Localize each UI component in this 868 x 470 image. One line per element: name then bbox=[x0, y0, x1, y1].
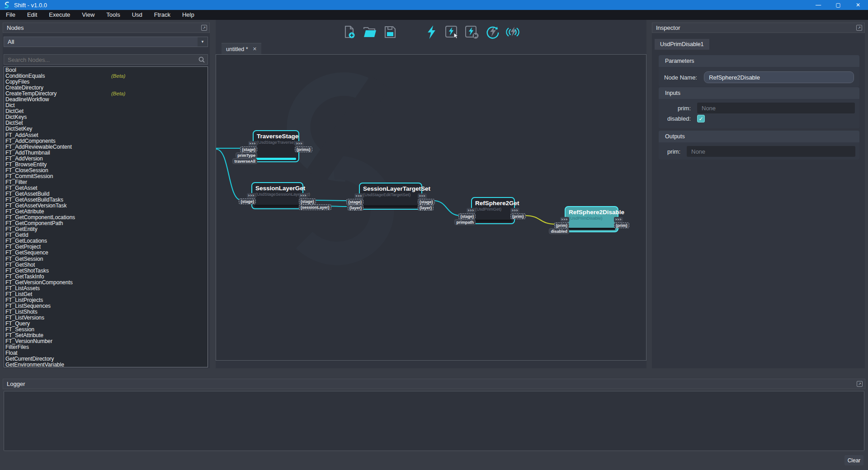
menu-item-view[interactable]: View bbox=[76, 10, 100, 20]
list-item-getenvironmentvariable[interactable]: GetEnvironmentVariable bbox=[4, 362, 208, 367]
menu-item-file[interactable]: File bbox=[0, 10, 21, 20]
output-ports-arrow: >>> bbox=[510, 208, 519, 213]
list-item-filterfiles[interactable]: FilterFiles bbox=[4, 344, 208, 350]
list-item-label: FT_CloseSession bbox=[5, 167, 48, 174]
inspector-node-tab[interactable]: UsdPrimDisable1 bbox=[655, 39, 709, 50]
save-file-icon[interactable] bbox=[383, 25, 397, 39]
menu-item-ftrack[interactable]: Ftrack bbox=[148, 10, 176, 20]
list-item-label: FT_Query bbox=[5, 320, 30, 327]
menu-item-tools[interactable]: Tools bbox=[100, 10, 126, 20]
list-item-label: FT_AddVersion bbox=[5, 155, 43, 162]
open-file-icon[interactable] bbox=[363, 25, 377, 39]
list-item-conditionequals[interactable]: ConditionEquals(Beta) bbox=[4, 73, 208, 79]
menu-item-execute[interactable]: Execute bbox=[43, 10, 76, 20]
input-port-prim[interactable]: (prim) bbox=[554, 222, 570, 228]
undock-icon[interactable]: ↗ bbox=[857, 381, 863, 387]
menu-item-help[interactable]: Help bbox=[176, 10, 200, 20]
input-port-stage[interactable]: (stage) bbox=[240, 146, 257, 152]
wire bbox=[433, 201, 461, 216]
list-item-ft_listassets[interactable]: FT_ListAssets bbox=[4, 286, 208, 291]
list-item-dictget[interactable]: DictGet bbox=[4, 108, 208, 114]
node-filter-dropdown[interactable]: All ▼ bbox=[4, 37, 208, 47]
output-port-stage[interactable]: (stage) bbox=[418, 199, 435, 205]
menu-item-edit[interactable]: Edit bbox=[21, 10, 43, 20]
list-item-deadlineworkflow[interactable]: DeadlineWorkflow bbox=[4, 97, 208, 103]
tab-close-icon[interactable]: ✕ bbox=[253, 46, 257, 52]
list-item-ft_listversions[interactable]: FT_ListVersions bbox=[4, 315, 208, 321]
beta-badge: (Beta) bbox=[111, 91, 125, 97]
graph-node-refsphere2disable[interactable]: RefSphere2Disable(UsdPrimDisable)>>>(pri… bbox=[565, 206, 618, 232]
input-port-primpath[interactable]: primpath bbox=[454, 219, 476, 225]
output-port-prim[interactable]: (prim) bbox=[614, 222, 629, 228]
list-item-dictkeys[interactable]: DictKeys bbox=[4, 114, 208, 120]
clear-log-button[interactable]: Clear bbox=[844, 455, 863, 465]
input-prim-field[interactable] bbox=[697, 103, 855, 113]
nodes-panel-title: Nodes bbox=[7, 24, 24, 31]
input-port-primType[interactable]: primType bbox=[236, 152, 257, 158]
maximize-button[interactable]: ▢ bbox=[828, 0, 848, 10]
new-file-icon[interactable] bbox=[342, 25, 357, 39]
output-ports-arrow: >>> bbox=[295, 141, 304, 146]
input-port-stage[interactable]: (stage) bbox=[239, 198, 256, 204]
list-item-ft_getentity[interactable]: FT_GetEntity bbox=[4, 226, 208, 232]
minimize-button[interactable]: — bbox=[808, 0, 828, 10]
list-item-ft_commitsession[interactable]: FT_CommitSession bbox=[4, 174, 208, 179]
list-item-label: CreateTempDirectory bbox=[5, 90, 57, 97]
node-status-bar bbox=[255, 205, 300, 207]
logger-output[interactable] bbox=[4, 391, 864, 451]
outputs-section-header: Outputs bbox=[659, 131, 859, 142]
undock-icon[interactable]: ↗ bbox=[201, 25, 207, 31]
titlebar: Shift - v1.0.0 — ▢ ✕ bbox=[0, 0, 868, 10]
search-input[interactable] bbox=[4, 55, 198, 65]
output-prim-label: prim: bbox=[659, 148, 680, 155]
nodes-panel-header: Nodes ↗ bbox=[3, 23, 210, 33]
graph-canvas[interactable]: TraverseStage(UsdStageTraverse)>>>(stage… bbox=[216, 54, 646, 361]
output-port-sessionLayer[interactable]: (sessionLayer) bbox=[299, 204, 331, 210]
output-prim-field[interactable] bbox=[687, 146, 855, 157]
node-subtitle: (UsdPrimGet) bbox=[475, 207, 514, 212]
output-port-prim[interactable]: (prim) bbox=[510, 213, 526, 219]
output-port-stage[interactable]: (stage) bbox=[299, 198, 316, 204]
undock-icon[interactable]: ↗ bbox=[856, 25, 862, 31]
node-subtitle: (UsdStageEditTargetSet) bbox=[363, 192, 421, 197]
inputs-section: Inputs prim: disabled: ✓ bbox=[659, 87, 859, 128]
node-list: BoolConditionEquals(Beta)CopyFilesCreate… bbox=[4, 66, 208, 367]
tab-untitled[interactable]: untitled * ✕ bbox=[222, 43, 261, 55]
list-item-label: FT_ListShots bbox=[5, 309, 38, 315]
node-name-input[interactable] bbox=[704, 71, 854, 83]
input-port-disabled[interactable]: disabled bbox=[549, 228, 569, 234]
list-item-label: Dict bbox=[5, 102, 15, 108]
list-item-dictset[interactable]: DictSet bbox=[4, 120, 208, 126]
output-ports-arrow: >>> bbox=[418, 193, 427, 199]
input-port-stage[interactable]: (stage) bbox=[346, 199, 363, 205]
node-title: RefSphere2Disable bbox=[569, 209, 618, 216]
menu-item-usd[interactable]: Usd bbox=[126, 10, 148, 20]
input-ports-arrow: >>> bbox=[467, 208, 476, 213]
execute-until-icon[interactable] bbox=[465, 25, 479, 39]
close-button[interactable]: ✕ bbox=[848, 0, 868, 10]
list-item-label: FT_GetProject bbox=[5, 244, 41, 250]
graph-node-traversestage[interactable]: TraverseStage(UsdStageTraverse)>>>(stage… bbox=[253, 130, 299, 162]
node-title: SessionLayerTargetSet bbox=[363, 185, 421, 192]
input-port-stage[interactable]: (stage) bbox=[458, 213, 476, 219]
re-execute-icon[interactable] bbox=[485, 25, 500, 39]
execute-icon[interactable] bbox=[424, 25, 439, 39]
output-port-prims[interactable]: (prims) bbox=[295, 146, 312, 152]
graph-node-sessionlayerget[interactable]: SessionLayerGet(UsdStageSessionLayerGet)… bbox=[251, 182, 303, 209]
graph-node-refsphere2get[interactable]: RefSphere2Get(UsdPrimGet)>>>(stage)primp… bbox=[471, 197, 515, 224]
inputs-section-header: Inputs bbox=[659, 87, 859, 99]
input-ports-arrow: >>> bbox=[560, 217, 569, 222]
graph-node-sessionlayertargetset[interactable]: SessionLayerTargetSet(UsdStageEditTarget… bbox=[359, 183, 422, 210]
input-port-layer[interactable]: (layer) bbox=[348, 205, 363, 211]
list-item-ft_versionnumber[interactable]: FT_VersionNumber bbox=[4, 338, 208, 344]
input-disabled-checkbox[interactable]: ✓ bbox=[697, 115, 705, 122]
list-item-dict[interactable]: Dict bbox=[4, 103, 208, 108]
live-execute-icon[interactable] bbox=[505, 25, 520, 39]
list-item-ft_query[interactable]: FT_Query bbox=[4, 321, 208, 327]
input-port-traverseAll[interactable]: traverseAll bbox=[232, 158, 257, 164]
list-item-label: FT_ListProjects bbox=[5, 297, 43, 303]
execute-selected-icon[interactable] bbox=[444, 25, 459, 39]
input-ports-arrow: >>> bbox=[354, 193, 363, 199]
output-port-layer[interactable]: (layer) bbox=[418, 205, 434, 211]
node-filter-value: All bbox=[8, 38, 14, 45]
